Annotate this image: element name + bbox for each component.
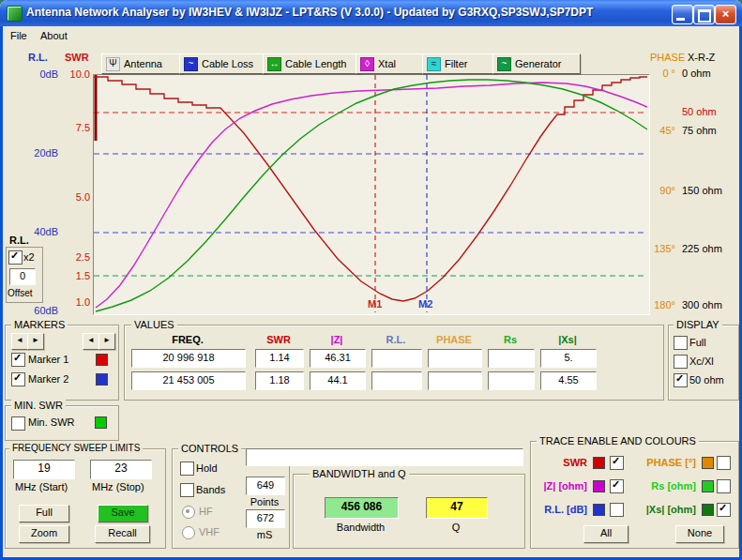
values-cell-r1-c4[interactable] (428, 371, 482, 390)
values-header-r-l: R.L. (371, 334, 420, 346)
values-cell-r0-c0[interactable]: 20 996 918 (131, 349, 246, 368)
xtal-icon: ◊ (360, 57, 374, 71)
offset-value-input[interactable]: 0 (9, 268, 36, 285)
toolbar-button-label: Xtal (378, 58, 396, 69)
min-swr-checkbox[interactable] (11, 416, 25, 431)
all-traces-button[interactable]: All (583, 525, 628, 543)
min-swr-label: Min. SWR (28, 416, 75, 429)
recall-button[interactable]: Recall (95, 525, 150, 543)
swr-tick-10-0: 10.0 (60, 68, 90, 81)
values-header-freq: FREQ. (131, 334, 244, 346)
toolbar-button-cable-loss[interactable]: ~Cable Loss (179, 53, 267, 74)
trace-checkbox-r-l-db[interactable] (610, 503, 624, 517)
values-cell-r0-c2[interactable]: 46.31 (310, 349, 366, 368)
values-cell-r1-c0[interactable]: 21 453 005 (131, 371, 246, 390)
values-cell-r1-c2[interactable]: 44.1 (310, 371, 366, 390)
marker2-left-arrow-button[interactable]: ◄ (83, 333, 99, 350)
trace-checkbox-xs-ohm[interactable]: ✓ (717, 503, 731, 517)
message-input[interactable] (246, 448, 523, 466)
trace-swatch-rs-ohm[interactable] (702, 480, 714, 492)
values-cell-r0-c5[interactable] (488, 349, 535, 368)
freq-stop-input[interactable]: 23 (90, 460, 152, 479)
bandwidth-label: Bandwidth (325, 522, 397, 534)
save-button[interactable]: Save (98, 505, 148, 522)
toolbar-button-xtal[interactable]: ◊Xtal (356, 53, 427, 74)
trace-label-rs-ohm: Rs [ohm] (636, 480, 696, 492)
toolbar-button-label: Filter (445, 58, 467, 69)
trace-checkbox-z-ohm[interactable]: ✓ (610, 479, 624, 493)
swr-tick-2-5: 2.5 (60, 251, 90, 264)
trace-swatch-xs-ohm[interactable] (702, 504, 714, 516)
full-sweep-button[interactable]: Full (19, 505, 69, 522)
freq-start-input[interactable]: 19 (13, 460, 75, 479)
trace-swatch-z-ohm[interactable] (593, 480, 605, 492)
menu-about[interactable]: About (34, 28, 74, 43)
values-cell-r0-c3[interactable] (371, 349, 422, 368)
marker2-right-arrow-button[interactable]: ► (98, 333, 115, 350)
values-cell-r0-c4[interactable] (428, 349, 482, 368)
swr-axis-title: SWR (65, 52, 89, 63)
trace-checkbox-phase[interactable] (717, 456, 731, 470)
marker-swatch-marker-1 (96, 354, 108, 366)
toolbar-button-generator[interactable]: ~Generator (492, 53, 581, 74)
zoom-button[interactable]: Zoom (19, 525, 69, 543)
toolbar-button-cable-length[interactable]: ↔Cable Length (263, 53, 360, 74)
values-cell-r1-c6[interactable]: 4.55 (540, 371, 597, 390)
toolbar-button-antenna[interactable]: ΨAntenna (101, 53, 184, 74)
hold-checkbox[interactable] (180, 462, 194, 476)
check-mark: ✓ (612, 478, 620, 491)
plot-area[interactable] (93, 74, 650, 315)
min-swr-swatch (95, 416, 107, 429)
values-cell-r1-c1[interactable]: 1.18 (255, 371, 304, 390)
toolbar-button-filter[interactable]: ≈Filter (422, 53, 497, 74)
marker-checkbox-marker-1[interactable]: ✓ (11, 353, 25, 367)
minimize-button[interactable] (672, 5, 693, 24)
toolbar-button-label: Cable Length (285, 58, 346, 69)
toolbar-button-label: Antenna (124, 58, 162, 69)
values-cell-r0-c1[interactable]: 1.14 (255, 349, 304, 368)
display-checkbox-full[interactable] (674, 336, 688, 350)
trace-checkbox-swr[interactable]: ✓ (610, 456, 624, 470)
values-cell-r0-c6[interactable]: 5. (540, 349, 597, 368)
vhf-label: VHF (199, 526, 220, 538)
vhf-radio[interactable] (182, 526, 195, 539)
trace-swatch-phase[interactable] (702, 457, 714, 469)
x2-checkbox[interactable]: ✓ (8, 250, 23, 265)
close-button[interactable]: × (715, 5, 736, 24)
values-cell-r1-c3[interactable] (371, 371, 422, 390)
marker-checkbox-marker-2[interactable]: ✓ (11, 372, 25, 386)
bands-label: Bands (196, 484, 225, 496)
marker1-right-arrow-button[interactable]: ► (27, 333, 44, 350)
values-cell-r1-c5[interactable] (488, 371, 535, 390)
marker1-left-arrow-button[interactable]: ◄ (11, 333, 28, 350)
trace-swatch-r-l-db[interactable] (593, 504, 605, 516)
bands-checkbox[interactable] (180, 483, 194, 497)
points-value-box: 649 (246, 477, 285, 495)
values-header-z: |Z| (310, 334, 364, 346)
values-header-xs: |Xs| (540, 334, 595, 346)
display-checkbox-xc-xl[interactable] (674, 355, 688, 369)
values-header-rs: Rs (488, 334, 533, 346)
phase-tick-0: 0 ° (647, 68, 675, 80)
hf-radio[interactable] (182, 506, 195, 519)
rl-tick-0db: 0dB (24, 68, 58, 81)
phase-tick-45: 45° (647, 125, 675, 137)
display-label-xc-xl: Xc/Xl (689, 356, 714, 368)
trace-checkbox-rs-ohm[interactable] (717, 479, 731, 493)
maximize-icon (698, 9, 711, 23)
check-mark: ✓ (13, 371, 22, 384)
menu-file[interactable]: File (4, 28, 34, 43)
trace-label-r-l-db: R.L. [dB] (535, 504, 587, 516)
trace-swatch-swr[interactable] (593, 457, 605, 469)
q-value: 47 (426, 497, 488, 519)
rl-tick-40db: 40dB (24, 226, 58, 238)
maximize-button[interactable] (693, 5, 715, 24)
title-bar[interactable]: Antenna Network Analyser by IW3HEV & IW3… (0, 0, 742, 26)
display-checkbox-50-ohm[interactable]: ✓ (674, 373, 688, 387)
xrz-axis-title: X-R-Z (688, 52, 715, 63)
marker-item-label: Marker 1 (28, 354, 68, 366)
check-mark: ✓ (13, 352, 22, 364)
none-traces-button[interactable]: None (675, 525, 724, 543)
mhz-stop-label: MHz (Stop) (92, 481, 144, 493)
points-label: Points (246, 496, 283, 508)
